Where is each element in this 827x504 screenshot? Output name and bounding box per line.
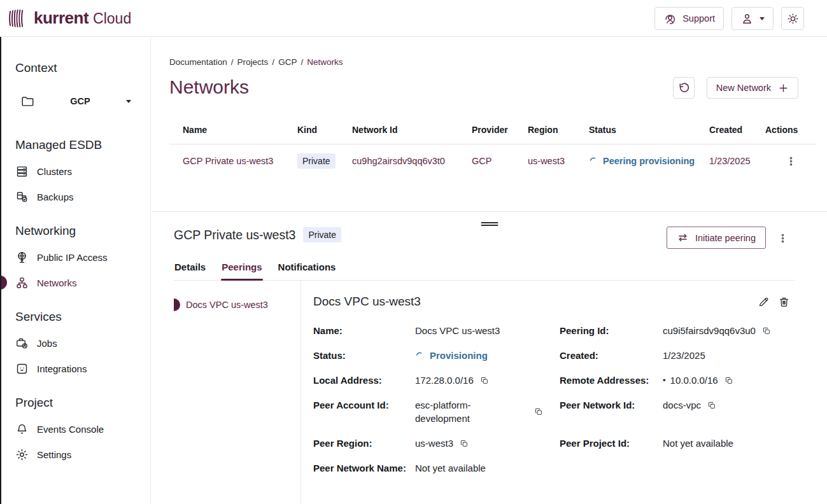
breadcrumb-current: Networks [307, 57, 343, 67]
initiate-peering-label: Initiate peering [695, 233, 756, 243]
sidebar-item-label: Clusters [37, 166, 72, 177]
top-actions: Support [654, 7, 804, 30]
copy-remote-address-button[interactable] [725, 376, 733, 385]
sidebar-item-label: Events Console [37, 424, 104, 435]
theme-toggle-button[interactable] [781, 7, 804, 30]
kind-badge: Private [297, 153, 336, 169]
user-menu-button[interactable] [732, 7, 774, 30]
new-network-button[interactable]: New Network [707, 77, 798, 99]
chevron-down-icon [126, 100, 131, 103]
column-header-actions: Actions [765, 125, 817, 135]
networks-icon [15, 276, 29, 290]
main-content: Documentation / Projects / GCP / Network… [152, 37, 827, 504]
sidebar-item-label: Integrations [37, 363, 87, 374]
clusters-icon [15, 165, 29, 178]
field-value-peer-region: us-west3 [415, 437, 560, 450]
sidebar-item-label: Public IP Access [37, 252, 108, 263]
initiate-peering-button[interactable]: Initiate peering [667, 227, 766, 249]
cell-name[interactable]: GCP Private us-west3 [183, 156, 297, 166]
cell-network-id: cu9hg2airsdv9qq6v3t0 [352, 156, 472, 166]
column-header-network-id: Network Id [352, 125, 472, 135]
peer-region-text: us-west3 [415, 437, 453, 450]
field-label-local-address: Local Address: [313, 374, 415, 387]
field-label-remote-addresses: Remote Addresses: [560, 374, 663, 387]
panel-actions-kebab-button[interactable] [775, 230, 790, 246]
row-actions-kebab-button[interactable] [784, 153, 799, 169]
support-icon [663, 12, 677, 25]
section-heading-project: Project [15, 394, 150, 411]
refresh-button[interactable] [673, 77, 695, 99]
peer-account-id-text: esc-platform-development [415, 398, 490, 425]
cell-status: Peering provisioning [589, 156, 709, 166]
panel-resize-handle[interactable] [479, 219, 499, 229]
field-value-peer-project-id: Not yet available [663, 437, 795, 450]
cell-region: us-west3 [528, 156, 589, 166]
peer-network-id-text: docs-vpc [663, 398, 701, 412]
tab-details[interactable]: Details [174, 262, 206, 280]
bell-icon [15, 423, 29, 436]
copy-peering-id-button[interactable] [762, 326, 771, 335]
breadcrumb-gcp[interactable]: GCP [278, 57, 297, 67]
sidebar-item-settings[interactable]: Settings [15, 442, 150, 467]
field-label-peer-network-name: Peer Network Name: [313, 461, 415, 475]
field-label-name: Name: [313, 324, 415, 337]
top-bar: kurrent Cloud Support [0, 0, 827, 37]
swap-arrows-icon [677, 232, 689, 244]
sidebar-item-networks[interactable]: Networks [15, 270, 150, 295]
plus-icon [778, 83, 789, 94]
column-header-kind: Kind [297, 125, 352, 135]
sidebar-item-label: Jobs [37, 338, 57, 349]
brand-name: kurrent [34, 8, 88, 28]
field-value-peer-network-id: docs-vpc [663, 398, 795, 412]
field-value-local-address: 172.28.0.0/16 [415, 374, 560, 387]
pencil-icon [758, 296, 770, 308]
peering-fields: Name: Docs VPC us-west3 Peering Id: cu9i… [313, 324, 795, 475]
sidebar-item-clusters[interactable]: Clusters [15, 158, 150, 184]
field-label-peer-project-id: Peer Project Id: [560, 437, 663, 450]
kurrent-cloud-logo[interactable]: kurrent Cloud [9, 8, 131, 28]
field-label-peer-network-id: Peer Network Id: [560, 398, 663, 412]
support-button[interactable]: Support [654, 7, 724, 30]
delete-peering-button[interactable] [778, 296, 790, 308]
column-header-region: Region [528, 125, 589, 135]
panel-tabs: Details Peerings Notifications [174, 262, 795, 281]
sidebar-item-label: Settings [37, 449, 71, 460]
field-value-peer-network-name: Not yet available [415, 461, 560, 475]
peering-list-item[interactable]: Docs VPC us-west3 [174, 300, 300, 310]
kurrent-logo-icon [9, 9, 29, 28]
trash-icon [778, 296, 790, 308]
cell-created: 1/23/2025 [709, 156, 765, 166]
copy-peer-network-id-button[interactable] [707, 401, 716, 410]
breadcrumb-separator: / [231, 57, 234, 67]
local-address-text: 172.28.0.0/16 [415, 374, 474, 387]
tab-notifications[interactable]: Notifications [278, 262, 337, 280]
chevron-down-icon [760, 17, 765, 20]
breadcrumb-documentation[interactable]: Documentation [169, 57, 227, 67]
sidebar-item-label: Networks [37, 277, 77, 288]
folder-icon [20, 94, 34, 108]
tab-peerings[interactable]: Peerings [221, 262, 262, 280]
column-header-provider: Provider [472, 125, 528, 135]
panel-kind-badge: Private [303, 227, 341, 242]
edit-peering-button[interactable] [758, 296, 770, 308]
new-network-label: New Network [716, 83, 771, 93]
field-label-status: Status: [313, 349, 415, 362]
sidebar-item-label: Backups [37, 192, 74, 202]
integrations-icon [15, 362, 29, 375]
column-header-status: Status [589, 125, 709, 135]
breadcrumb-projects[interactable]: Projects [237, 57, 269, 67]
copy-peer-region-button[interactable] [460, 439, 469, 448]
copy-local-address-button[interactable] [480, 376, 489, 385]
sidebar-item-backups[interactable]: Backups [15, 184, 150, 209]
copy-peer-account-id-button[interactable] [534, 407, 543, 416]
sidebar-item-jobs[interactable]: Jobs [15, 330, 150, 356]
context-selected-value: GCP [34, 96, 126, 106]
section-heading-networking: Networking [15, 222, 150, 239]
table-row[interactable]: GCP Private us-west3 Private cu9hg2airsd… [169, 144, 817, 178]
sidebar-item-events-console[interactable]: Events Console [15, 416, 150, 442]
window-left-edge [0, 37, 1, 504]
sidebar-item-integrations[interactable]: Integrations [15, 356, 150, 381]
context-selector[interactable]: GCP [15, 89, 136, 113]
sidebar-item-public-ip-access[interactable]: Public IP Access [15, 244, 150, 270]
network-detail-panel: GCP Private us-west3 Private Initiate pe… [152, 211, 827, 504]
